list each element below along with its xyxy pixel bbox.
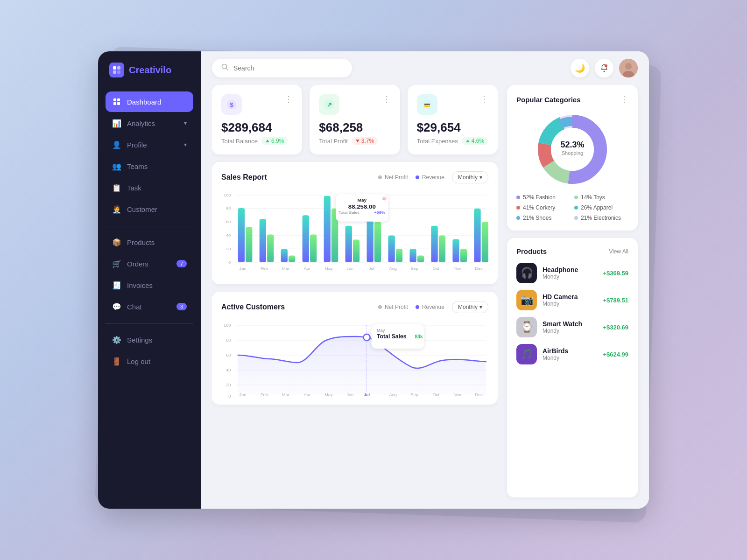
svg-text:May: May [324,392,333,397]
product-price: +$789.51 [603,297,628,304]
logo-text: Creativilo [129,65,171,76]
svg-rect-40 [310,235,317,262]
search-input[interactable] [233,64,343,72]
sales-report-header: Sales Report Net Profit Revenue [221,171,488,183]
sidebar-item-label: Orders [127,260,148,268]
line-chart-area: 100 80 60 40 20 0 [221,321,488,395]
task-icon: 📋 [112,183,121,192]
stat-cards: $ ⋮ $289,684 Total Balance 6.9% [212,85,498,154]
bar-chart-svg: 100 80 60 40 20 0 [221,191,488,275]
svg-rect-36 [267,235,274,262]
stat-card-profit: ↗ ⋮ $68,258 Total Profit 3.7% [310,85,400,154]
svg-text:Aug: Aug [389,392,397,397]
svg-text:Apr: Apr [304,266,310,271]
svg-text:60: 60 [226,220,231,224]
user-avatar[interactable] [619,59,638,77]
sidebar-item-chat[interactable]: 💬 Chat 3 [106,296,193,317]
product-sub: Mondy [543,301,597,307]
svg-text:Nov: Nov [453,392,461,397]
product-sub: Mondy [543,328,597,334]
logo-icon [109,63,124,77]
product-airbirds: 🎵 AirBirds Mondy +$624.99 [516,344,628,364]
svg-rect-56 [482,222,488,262]
svg-point-88 [363,334,370,341]
svg-text:Jan: Jan [240,392,247,397]
svg-point-10 [604,71,605,72]
sidebar-item-label: Chat [127,303,142,311]
svg-rect-37 [281,249,288,262]
chart-legend: Net Profit Revenue Monthly ▾ [378,171,488,183]
svg-rect-4 [113,98,116,101]
svg-text:✕: ✕ [383,197,386,201]
svg-text:$: $ [230,101,233,108]
svg-text:Total Sales: Total Sales [377,333,407,340]
search-bar[interactable] [212,59,352,77]
sidebar-item-label: Dashboard [127,98,161,106]
stat-more-icon[interactable]: ⋮ [382,94,391,105]
active-customers-header: Active Customers Net Profit Revenue [221,301,488,313]
svg-text:Nov: Nov [453,266,461,271]
sidebar-item-dashboard[interactable]: Dashboard [106,91,193,112]
sidebar-item-customer[interactable]: 🧑‍💼 Customer [106,199,193,219]
donut-chart-svg: 52.3% Shopping [535,112,610,187]
sales-report-title: Sales Report [221,173,267,182]
svg-rect-35 [260,219,266,262]
sidebar-item-analytics[interactable]: 📊 Analytics ▾ [106,113,193,133]
expenses-value: $29,654 [417,120,488,135]
sidebar-item-products[interactable]: 📦 Products [106,232,193,252]
svg-text:Feb: Feb [261,392,268,397]
svg-text:↗: ↗ [327,101,332,108]
stat-more-icon[interactable]: ⋮ [480,94,488,105]
svg-text:Jan: Jan [240,266,247,271]
notification-button[interactable] [595,59,613,77]
monthly-dropdown-button-2[interactable]: Monthly ▾ [452,301,488,313]
profit-change: 3.7% [352,137,378,145]
donut-chart-container: 52.3% Shopping [516,112,628,187]
theme-toggle-button[interactable]: 🌙 [571,59,589,77]
svg-text:Jun: Jun [346,266,353,271]
sidebar-item-logout[interactable]: 🚪 Log out [106,351,193,371]
sidebar-item-invoices[interactable]: 🧾 Invoices [106,275,193,295]
monthly-dropdown-button[interactable]: Monthly ▾ [452,171,488,183]
svg-text:May: May [377,328,385,333]
svg-text:Oct: Oct [432,266,439,271]
svg-text:Jul: Jul [369,266,374,271]
chevron-down-icon: ▾ [184,120,187,126]
sales-report-card: Sales Report Net Profit Revenue [212,162,498,284]
sidebar-item-settings[interactable]: ⚙️ Settings [106,329,193,350]
legend-fashion: 52% Fashion [516,194,571,201]
profile-icon: 👤 [112,140,121,149]
analytics-icon: 📊 [112,119,121,128]
svg-text:💳: 💳 [424,102,430,108]
svg-text:100: 100 [224,323,231,328]
sidebar-item-label: Teams [127,162,148,170]
chat-icon: 💬 [112,302,121,311]
svg-text:0: 0 [228,260,231,264]
sidebar-item-label: Profile [127,141,147,149]
svg-rect-0 [113,66,116,70]
sidebar-item-teams[interactable]: 👥 Teams [106,156,193,176]
svg-text:Dec: Dec [475,266,483,271]
sidebar-item-orders[interactable]: 🛒 Orders 7 [106,253,193,274]
svg-text:Sep: Sep [411,392,418,397]
product-sub: Mondy [543,355,597,361]
products-card: Products View All 🎧 Headphone Mondy +$36… [507,238,638,497]
svg-rect-7 [117,102,120,105]
svg-text:40: 40 [226,368,231,372]
sidebar-item-task[interactable]: 📋 Task [106,177,193,198]
view-all-link[interactable]: View All [609,248,628,255]
svg-line-9 [226,69,228,70]
categories-more-icon[interactable]: ⋮ [620,94,628,105]
header: 🌙 [201,51,649,85]
svg-point-11 [605,64,607,67]
profit-icon: ↗ [319,94,339,115]
products-title: Products [516,247,547,255]
stat-more-icon[interactable]: ⋮ [284,94,293,105]
products-header: Products View All [516,247,628,255]
active-customers-card: Active Customers Net Profit Revenue [212,292,498,405]
svg-text:Aug: Aug [389,266,397,271]
products-icon: 📦 [112,238,121,247]
sidebar-item-label: Customer [127,205,157,213]
sidebar-item-profile[interactable]: 👤 Profile ▾ [106,134,193,155]
svg-text:80: 80 [226,206,231,210]
